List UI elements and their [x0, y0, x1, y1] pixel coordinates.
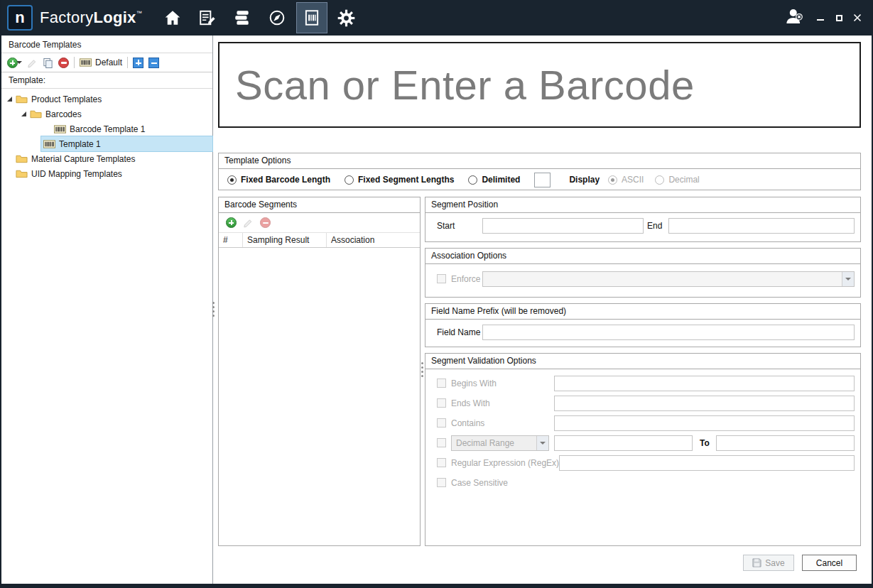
regex-checkbox[interactable] [437, 458, 446, 467]
delete-segment-button[interactable] [260, 217, 271, 228]
segments-table-header: # Sampling Result Association [219, 232, 420, 248]
segment-validation-group: Segment Validation Options Begins With E… [425, 353, 861, 546]
tree-item-product-templates[interactable]: Product Templates [1, 92, 212, 107]
tree-item-barcodes[interactable]: Barcodes [1, 107, 212, 121]
collapse-all-button[interactable] [148, 58, 159, 68]
titlebar-right [783, 6, 873, 30]
copy-template-button[interactable] [43, 58, 53, 68]
segments-toolbar [219, 213, 420, 232]
app-logo: n [7, 5, 33, 31]
tree-item-label: Product Templates [31, 94, 102, 104]
templates-icon[interactable] [297, 3, 327, 33]
delete-template-button[interactable] [58, 58, 69, 68]
column-header-sampling-result[interactable]: Sampling Result [243, 233, 327, 247]
range-from-input[interactable] [554, 435, 693, 451]
edit-segment-button[interactable] [243, 217, 254, 228]
chevron-down-icon [842, 272, 854, 286]
sidebar: Barcode Templates Default T [1, 36, 213, 584]
materials-icon[interactable] [227, 3, 257, 33]
enforce-label: Enforce [451, 274, 480, 284]
minimize-button[interactable] [815, 12, 826, 23]
enforce-checkbox[interactable] [437, 274, 446, 283]
case-sensitive-checkbox[interactable] [437, 478, 446, 487]
to-label: To [700, 438, 710, 448]
maximize-button[interactable] [833, 12, 845, 23]
trademark-symbol: ™ [136, 10, 142, 16]
column-header-association[interactable]: Association [327, 233, 420, 247]
settings-gear-icon[interactable] [332, 3, 362, 33]
field-name-input[interactable] [482, 325, 855, 340]
sidebar-splitter[interactable] [212, 302, 215, 317]
add-template-button[interactable] [7, 58, 22, 68]
tree-item-material-capture-templates[interactable]: Material Capture Templates [1, 151, 212, 166]
column-header-number[interactable]: # [219, 233, 243, 247]
barcode-segments-group: Barcode Segments # Sampling Result Assoc… [218, 197, 421, 546]
decimal-range-combobox[interactable]: Decimal Range [451, 435, 549, 451]
pencil-icon [27, 58, 38, 68]
tree-item-uid-mapping-templates[interactable]: UID Mapping Templates [1, 166, 212, 181]
folder-icon [30, 109, 42, 119]
group-title: Segment Validation Options [425, 354, 860, 369]
fixed-barcode-length-radio[interactable] [227, 175, 237, 185]
tree-item-barcode-template-1[interactable]: Barcode Template 1 [1, 121, 212, 136]
add-segment-button[interactable] [226, 217, 237, 228]
field-name-label: Field Name [437, 327, 480, 337]
template-tree: Product Templates Barcodes Barcode Templ… [1, 89, 212, 181]
ends-with-label: Ends With [451, 398, 490, 408]
contains-input[interactable] [554, 415, 855, 431]
home-icon[interactable] [158, 3, 188, 33]
group-title: Barcode Segments [219, 197, 420, 213]
logo-letter: n [15, 9, 24, 27]
toolbar-separator [74, 57, 75, 68]
delimited-label: Delimited [482, 175, 520, 185]
fixed-segment-lengths-label: Fixed Segment Lengths [358, 175, 454, 185]
add-icon [7, 58, 18, 68]
app-title: FactoryLogix™ [40, 9, 142, 27]
regex-input[interactable] [559, 455, 855, 471]
end-label: End [647, 221, 662, 231]
work-instructions-icon[interactable] [193, 3, 222, 33]
ascii-radio[interactable] [608, 175, 617, 185]
sidebar-toolbar: Default [1, 53, 212, 72]
begins-with-label: Begins With [451, 379, 497, 388]
ends-with-input[interactable] [554, 396, 855, 411]
decimal-range-combo-value: Decimal Range [452, 438, 536, 448]
begins-with-checkbox[interactable] [437, 379, 446, 388]
delimited-radio[interactable] [468, 175, 477, 185]
expander-open-icon[interactable] [7, 97, 12, 102]
group-title: Segment Position [425, 197, 860, 213]
edit-template-button[interactable] [27, 58, 38, 68]
logout-user-icon[interactable] [783, 6, 805, 30]
fixed-barcode-length-label: Fixed Barcode Length [241, 175, 330, 185]
decimal-radio[interactable] [655, 175, 664, 185]
tree-item-template-1[interactable]: Template 1 [1, 136, 212, 151]
production-icon[interactable] [262, 3, 292, 33]
start-input[interactable] [482, 218, 644, 234]
expander-open-icon[interactable] [21, 111, 26, 116]
expand-all-button[interactable] [133, 58, 143, 68]
contains-checkbox[interactable] [437, 418, 446, 428]
remove-icon [58, 58, 69, 68]
cancel-button[interactable]: Cancel [802, 555, 857, 571]
default-template-toggle[interactable]: Default [80, 58, 122, 67]
barcode-icon [80, 58, 92, 67]
association-combobox[interactable] [482, 271, 855, 287]
decimal-range-checkbox[interactable] [437, 438, 446, 447]
range-to-input[interactable] [716, 435, 855, 451]
close-button[interactable] [852, 12, 863, 23]
chevron-down-icon [536, 436, 548, 450]
field-name-prefix-group: Field Name Prefix (will be removed) Fiel… [425, 303, 861, 347]
tree-item-label: Barcodes [45, 109, 82, 119]
titlebar: n FactoryLogix™ [0, 0, 873, 36]
panel-splitter[interactable] [421, 362, 423, 377]
fixed-segment-lengths-radio[interactable] [345, 175, 354, 185]
app-window: n FactoryLogix™ [0, 0, 873, 588]
delimiter-input[interactable] [534, 173, 551, 187]
case-sensitive-label: Case Sensitive [451, 478, 508, 488]
add-icon [226, 217, 237, 228]
brand-logix: Logix [93, 9, 136, 26]
save-button[interactable]: Save [743, 555, 794, 571]
ends-with-checkbox[interactable] [437, 398, 446, 408]
begins-with-input[interactable] [554, 376, 855, 391]
end-input[interactable] [668, 218, 855, 234]
